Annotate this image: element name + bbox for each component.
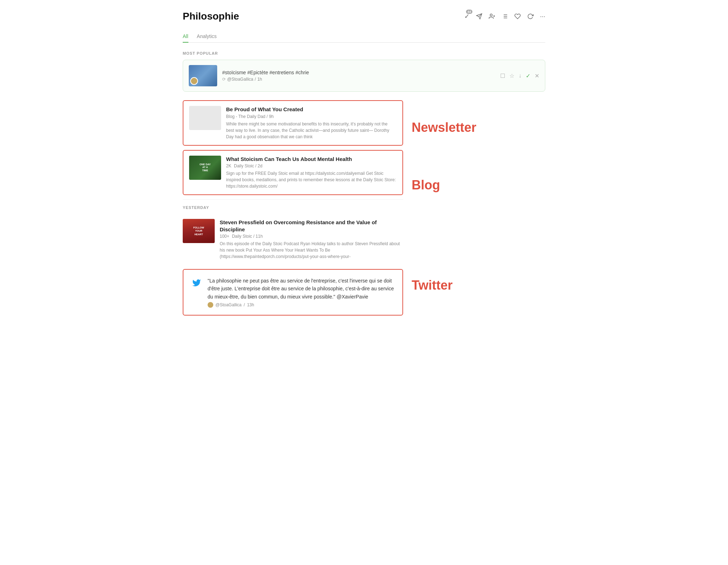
most-popular-section: MOST POPULAR #stoïcisme #Epictète #entre… (183, 51, 545, 92)
download-icon[interactable]: ↓ (519, 72, 521, 79)
twitter-icon (192, 278, 201, 290)
main-layout: Be Proud of What You Created Blog - The … (183, 100, 545, 320)
popular-card[interactable]: #stoïcisme #Epictète #entretiens #chrie … (183, 60, 545, 92)
list-icon[interactable] (502, 13, 508, 20)
blog-annotation: Blog (412, 178, 474, 193)
blog-sep: / (255, 163, 258, 168)
blog-content: What Stoicism Can Teach Us About Mental … (226, 156, 397, 190)
newsletter-title: Be Proud of What You Created (226, 106, 397, 113)
popular-time: 1h (257, 77, 262, 82)
newsletter-annotation: Newsletter (412, 120, 474, 135)
podcast-thumb: FOLLOWYOURHEART (183, 219, 215, 243)
newsletter-thumb-placeholder (189, 106, 221, 130)
twitter-time: 13h (247, 302, 254, 307)
twitter-card[interactable]: "La philosophie ne peut pas être au serv… (183, 269, 403, 316)
header: Philosophie ✓ 44 ··· (183, 11, 545, 22)
blog-time: 2d (258, 163, 262, 168)
popular-actions: ☐ ☆ ↓ ✓ ✕ (500, 72, 539, 79)
popular-thumb-inner (189, 65, 217, 86)
podcast-source: 100+ Daily Stoic / 11h (220, 234, 403, 239)
blog-thumb-text: ONE DAYAT ATIME (198, 162, 212, 173)
popular-thumb (189, 65, 217, 86)
refresh-icon[interactable] (527, 13, 534, 20)
tab-analytics[interactable]: Analytics (197, 31, 217, 43)
annotation-spacer-mid (412, 135, 474, 178)
annotation-spacer-bottom (412, 193, 474, 278)
popular-content: #stoïcisme #Epictète #entretiens #chrie … (222, 70, 495, 82)
blog-card[interactable]: ONE DAYAT ATIME What Stoicism Can Teach … (183, 150, 403, 195)
popular-title: #stoïcisme #Epictète #entretiens #chrie (222, 70, 495, 75)
newsletter-time: 9h (269, 114, 274, 119)
more-icon[interactable]: ··· (540, 13, 545, 20)
popular-meta: ⟳ @StoaGallica / 1h (222, 77, 495, 82)
bookmark-icon[interactable]: ☐ (500, 72, 505, 79)
newsletter-content: Be Proud of What You Created Blog - The … (226, 106, 397, 140)
close-icon[interactable]: ✕ (535, 72, 539, 79)
twitter-avatar (208, 302, 213, 308)
twitter-author: @StoaGallica (215, 302, 242, 307)
page-title: Philosophie (183, 11, 239, 22)
check-icon[interactable]: ✓ (526, 72, 530, 79)
popular-author-icon: ⟳ (222, 77, 226, 82)
newsletter-description: While there might be some motivational b… (226, 121, 397, 140)
podcast-content: Steven Pressfield on Overcoming Resistan… (220, 219, 403, 260)
notification-count: 44 (466, 10, 472, 14)
podcast-source-name: Daily Stoic (232, 234, 252, 239)
twitter-text: "La philosophie ne peut pas être au serv… (208, 277, 394, 301)
popular-thumb-avatar (190, 77, 198, 85)
annotation-spacer-top (412, 100, 474, 120)
yesterday-label: YESTERDAY (183, 205, 403, 210)
divider (183, 199, 403, 200)
heart-icon[interactable] (514, 13, 521, 20)
header-icons: ✓ 44 ··· (464, 12, 545, 20)
newsletter-source-type: Blog - The Daily Dad (226, 114, 266, 119)
newsletter-source: Blog - The Daily Dad / 9h (226, 114, 397, 119)
twitter-meta: @StoaGallica / 13h (208, 302, 394, 308)
most-popular-label: MOST POPULAR (183, 51, 545, 55)
podcast-thumb-text: FOLLOWYOURHEART (192, 225, 205, 237)
blog-source-name: Daily Stoic (234, 163, 254, 168)
blog-description: Sign up for the FREE Daily Stoic email a… (226, 170, 397, 189)
blog-title: What Stoicism Can Teach Us About Mental … (226, 156, 397, 163)
svg-point-2 (490, 14, 492, 16)
blog-source: 2K Daily Stoic / 2d (226, 163, 397, 168)
podcast-card[interactable]: FOLLOWYOURHEART Steven Pressfield on Ove… (183, 214, 403, 265)
newsletter-sep: / (267, 114, 269, 119)
feed-column: Be Proud of What You Created Blog - The … (183, 100, 403, 320)
podcast-time: 11h (256, 234, 263, 239)
annotations-column: Newsletter Blog Twitter (403, 100, 474, 320)
add-user-icon[interactable] (489, 13, 495, 20)
star-icon[interactable]: ☆ (509, 72, 514, 79)
podcast-description: On this episode of the Daily Stoic Podca… (220, 241, 403, 260)
blog-count: 2K (226, 163, 231, 168)
tabs: All Analytics (183, 31, 545, 43)
tab-all[interactable]: All (183, 31, 188, 43)
twitter-sep: / (244, 302, 245, 307)
popular-separator: / (255, 77, 256, 82)
podcast-title: Steven Pressfield on Overcoming Resistan… (220, 219, 403, 233)
notification-badge[interactable]: ✓ 44 (464, 12, 470, 20)
podcast-count: 100+ (220, 234, 229, 239)
send-icon[interactable] (476, 13, 482, 20)
newsletter-card[interactable]: Be Proud of What You Created Blog - The … (183, 100, 403, 146)
popular-author: @StoaGallica (227, 77, 253, 82)
blog-thumb: ONE DAYAT ATIME (189, 156, 221, 180)
twitter-annotation: Twitter (412, 278, 474, 293)
twitter-content: "La philosophie ne peut pas être au serv… (208, 277, 394, 308)
